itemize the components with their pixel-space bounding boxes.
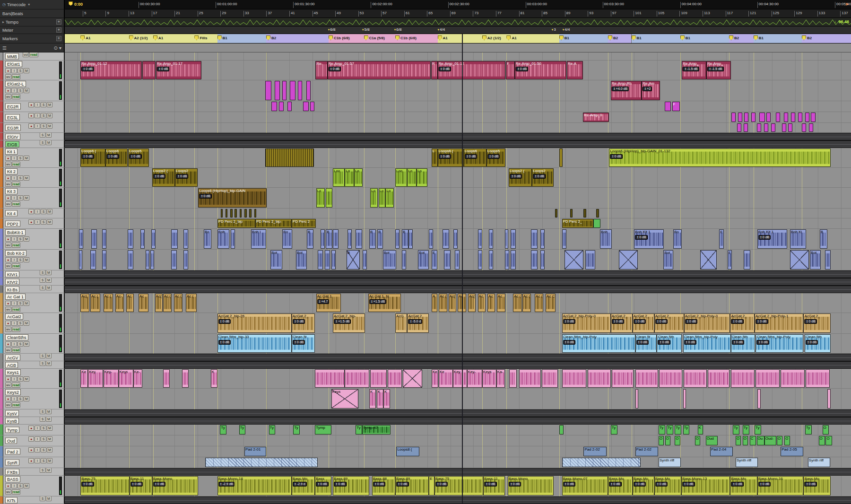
clip[interactable]: Ty: [220, 425, 226, 434]
clip[interactable]: Pad 2-05: [781, 447, 803, 456]
record-enable-button[interactable]: ●: [5, 236, 11, 242]
record-enable-button[interactable]: ●: [5, 257, 11, 262]
bars-ruler-content[interactable]: 5913172125293337414549535761656973778185…: [65, 9, 851, 18]
clip[interactable]: [798, 113, 802, 122]
clip[interactable]: [234, 209, 237, 217]
clip[interactable]: [455, 250, 459, 269]
clip[interactable]: [298, 81, 302, 100]
track-lane-kit-4[interactable]: [65, 209, 851, 218]
automation-mode-button[interactable]: read: [12, 94, 21, 99]
marker-label[interactable]: C1b (6/8): [400, 36, 417, 40]
track-header-bobkit-1[interactable]: BobKit-1●ISMwvread: [0, 229, 65, 250]
clip[interactable]: [811, 113, 815, 122]
clip[interactable]: Re-Amp_-1.5 dB: [706, 61, 731, 79]
mute-button[interactable]: M: [24, 321, 29, 326]
solo-button[interactable]: S: [17, 321, 23, 326]
clip[interactable]: Loops6 (HipHop)_bip-GAIN0 dB: [198, 188, 267, 208]
waveform-view-button[interactable]: wv: [5, 489, 11, 495]
clip[interactable]: Ac(: [449, 294, 456, 312]
clip[interactable]: O: [675, 436, 680, 445]
clip[interactable]: Lo: [316, 188, 325, 208]
clip[interactable]: Clean 5ths_bip-330 dB: [217, 334, 292, 353]
track-header-kt-bs[interactable]: Kt-BsSM: [0, 286, 65, 293]
clip[interactable]: Loops8 (: [396, 447, 419, 456]
mute-button[interactable]: M: [24, 483, 29, 488]
clip[interactable]: [757, 123, 761, 132]
clip[interactable]: Key: [453, 369, 467, 388]
clip[interactable]: Clean 5th0 dB: [805, 334, 831, 353]
mute-button[interactable]: M: [47, 113, 52, 118]
clip[interactable]: [128, 250, 133, 269]
clip[interactable]: [240, 209, 242, 217]
meter-event[interactable]: ▾4/4: [438, 27, 445, 32]
marker-label[interactable]: B1: [686, 36, 690, 40]
clip[interactable]: Clean 5ths_bip-Poly0 dB: [755, 334, 803, 353]
scroll-options-icon[interactable]: ⊙: [54, 45, 58, 51]
clip[interactable]: [562, 229, 566, 249]
clip[interactable]: Bass-Mo0 dB: [730, 476, 757, 495]
clip[interactable]: [782, 123, 786, 132]
track-name-ac-gat-1[interactable]: Ac Gat 1: [5, 294, 26, 300]
clip[interactable]: [788, 123, 792, 132]
clip[interactable]: [583, 209, 586, 217]
track-name-kit-1[interactable]: Kit 1: [5, 148, 17, 155]
input-monitor-button[interactable]: I: [11, 396, 17, 401]
clip[interactable]: AcGat 2_0 dB: [803, 313, 830, 333]
solo-button[interactable]: S: [17, 236, 23, 242]
meter-event[interactable]: ▾4/4: [563, 27, 570, 32]
clip[interactable]: O: [665, 436, 671, 445]
clip[interactable]: Ac (: [186, 294, 197, 312]
input-monitor-button[interactable]: I: [11, 301, 17, 306]
clip[interactable]: Ac(: [155, 294, 163, 312]
automation-mode-button[interactable]: read: [12, 327, 21, 332]
mute-button[interactable]: M: [24, 195, 29, 200]
track-name-eigb[interactable]: EIGB: [5, 141, 19, 147]
mute-button[interactable]: M: [24, 175, 29, 181]
clip[interactable]: Re-Amp_01-120 dB: [438, 61, 506, 79]
clip[interactable]: E: [429, 476, 434, 495]
clip[interactable]: Loops6 (HipHop)_bip-GAIN_01-1320 dB: [609, 148, 830, 167]
clip[interactable]: Lo: [407, 168, 417, 187]
clip[interactable]: [370, 369, 386, 388]
solo-button[interactable]: S: [40, 286, 45, 290]
marker-label[interactable]: B2: [807, 36, 812, 40]
markers-ruler-label[interactable]: Markers +: [0, 34, 65, 43]
clip[interactable]: [559, 425, 564, 434]
track-lane-acgat2[interactable]: AcGat 2_bip-260 dBAcGat 2_0 dBAcGat 2_bi…: [65, 313, 851, 334]
marker-label[interactable]: B2: [271, 36, 276, 40]
mute-button[interactable]: M: [24, 376, 29, 382]
clip[interactable]: Bot: [418, 250, 429, 269]
waveform-view-button[interactable]: wv: [5, 307, 11, 312]
track-header-eg3l[interactable]: EG3L●ISM: [0, 112, 65, 123]
solo-button[interactable]: S: [17, 175, 23, 181]
waveform-view-button[interactable]: wv: [5, 327, 11, 332]
marker-label[interactable]: A1: [443, 36, 448, 40]
clip[interactable]: [585, 250, 595, 269]
clip[interactable]: Synth riff: [736, 458, 758, 467]
mute-button[interactable]: M: [24, 156, 29, 161]
clip[interactable]: [505, 229, 508, 249]
clip[interactable]: [183, 250, 188, 269]
clip[interactable]: Pad 2-01: [244, 447, 266, 456]
input-monitor-button[interactable]: I: [11, 88, 17, 93]
clip[interactable]: [356, 229, 362, 249]
track-name-ktvr1[interactable]: KtVr1: [5, 271, 19, 277]
clip[interactable]: [559, 148, 563, 167]
automation-mode-button[interactable]: read: [12, 348, 21, 353]
clip[interactable]: AcGat 2_bip-Poly-00 dB: [684, 313, 730, 333]
clip[interactable]: Ac (: [163, 294, 172, 312]
waveform-view-button[interactable]: wv: [5, 348, 11, 353]
solo-button[interactable]: S: [40, 354, 45, 358]
clip[interactable]: AcGat 2_0 dB: [292, 313, 315, 333]
timecode-ruler-content[interactable]: 0:00 ➤ 00:00:30:0000:01:00:0000:01:30:00…: [65, 0, 851, 9]
mute-button[interactable]: M: [46, 278, 52, 283]
record-enable-button[interactable]: ●: [5, 321, 11, 326]
clip[interactable]: Ka-: [496, 369, 505, 388]
clip[interactable]: [766, 113, 771, 122]
track-name-elgat2-l[interactable]: ElGat2-L: [5, 81, 26, 87]
track-lane-kits[interactable]: [65, 496, 851, 504]
clip[interactable]: K: [369, 389, 376, 408]
clip[interactable]: Re-Amp_0: [583, 113, 609, 122]
clip[interactable]: Bass-110 dB: [130, 476, 152, 495]
clip[interactable]: O: [659, 436, 664, 445]
